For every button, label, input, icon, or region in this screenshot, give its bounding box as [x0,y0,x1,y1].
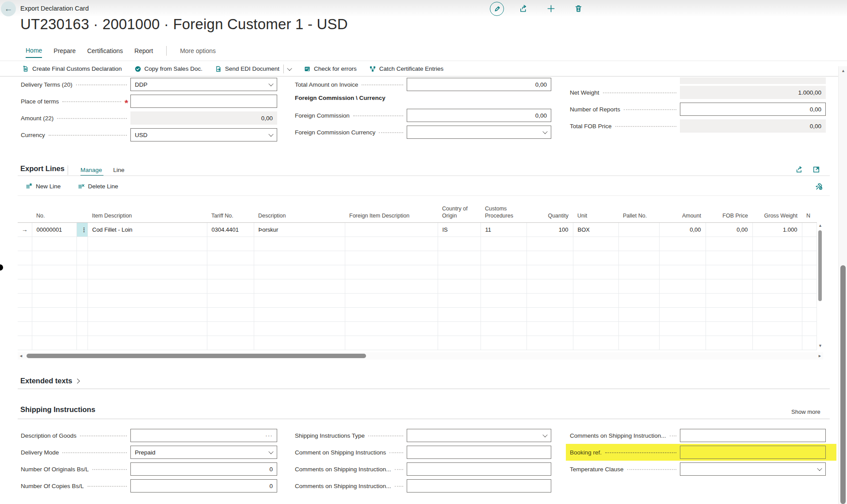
col-item-description[interactable]: Item Description [88,201,207,222]
page-scrollbar-thumb[interactable] [840,265,846,504]
cell-customs-procedures[interactable]: 11 [481,222,527,237]
new-button[interactable] [545,3,557,14]
chevron-down-icon[interactable] [542,432,547,437]
field-amount-22: Amount (22) 0,00 [21,111,277,125]
foreign-commission-input[interactable]: 0,00 [407,109,551,122]
check-for-errors-button[interactable]: Check for errors [304,65,357,73]
cell-fob-price[interactable]: 0,00 [706,222,752,237]
back-button[interactable]: ← [1,1,16,16]
description-of-goods-input[interactable]: ··· [130,429,277,442]
scroll-left-icon[interactable]: ◄ [19,354,23,358]
delete-line-button[interactable]: Delete Line [78,183,118,190]
dotted-leader [80,435,127,436]
dotted-leader [395,469,403,470]
share-lines-button[interactable] [796,166,803,175]
cell-quantity[interactable]: 100 [527,222,573,237]
cell-unit[interactable]: BOX [573,222,618,237]
cell-foreign-item-description[interactable] [345,222,438,237]
new-line-button[interactable]: New Line [26,183,61,190]
chevron-down-icon[interactable] [268,449,273,454]
open-in-new-window-button[interactable] [813,166,820,175]
field-value: 0,00 [411,81,547,88]
comments-on-shipping-2-input[interactable] [407,462,551,476]
catch-certificate-entries-button[interactable]: Catch Certificate Entries [369,65,444,73]
assist-edit-icon[interactable]: ··· [265,432,273,439]
dotted-leader [57,118,127,119]
temperature-clause-combobox[interactable] [680,462,826,476]
cell-country-of-origin[interactable]: IS [438,222,481,237]
col-unit[interactable]: Unit [573,201,618,222]
col-country-of-origin[interactable]: Country of Origin [438,201,481,222]
delivery-terms-combobox[interactable]: DDP [130,78,277,91]
number-of-reports-input[interactable]: 0,00 [680,103,826,116]
comment-on-shipping-instructions-input[interactable] [407,446,551,459]
show-more-link[interactable]: Show more [791,409,820,415]
col-pallet-no[interactable]: Pallet No. [618,201,659,222]
trash-icon [574,4,583,13]
number-of-copies-input[interactable]: 0 [130,479,277,493]
cell-no[interactable]: 00000001 [32,222,76,237]
tab-manage[interactable]: Manage [80,167,102,173]
field-place-of-terms: Place of terms * [21,95,277,108]
tab-report[interactable]: Report [134,47,153,57]
booking-ref-input[interactable] [680,446,826,459]
row-menu-icon[interactable]: ⋮ [76,222,88,237]
currency-combobox[interactable]: USD [130,128,277,141]
scroll-right-icon[interactable]: ► [818,354,822,358]
field-label: Delivery Terms (20) [21,81,72,88]
chevron-down-icon[interactable] [287,65,292,70]
cell-amount[interactable]: 0,00 [659,222,706,237]
edit-button[interactable] [490,2,504,16]
col-gross-weight[interactable]: Gross Weight [752,201,802,222]
create-final-customs-declaration-button[interactable]: Create Final Customs Declaration [22,65,122,73]
table-header-row: No. Item Description Tariff No. Descript… [18,201,816,222]
cell-pallet-no[interactable] [618,222,659,237]
comments-on-shipping-4-input[interactable] [680,429,826,442]
shipping-instructions-type-combobox[interactable] [407,429,551,442]
col-tariff-no[interactable]: Tariff No. [207,201,254,222]
tab-prepare[interactable]: Prepare [53,47,76,57]
col-customs-procedures[interactable]: Customs Procedures [481,201,527,222]
cell-tariff-no[interactable]: 0304.4401 [207,222,254,237]
horizontal-scrollbar-thumb[interactable] [27,354,366,358]
col-fob-price[interactable]: FOB Price [706,201,752,222]
scroll-down-icon[interactable]: ▼ [818,344,822,348]
col-no[interactable]: No. [32,201,76,222]
chevron-down-icon[interactable] [542,129,547,134]
dotted-leader [395,486,403,487]
cell-gross-weight[interactable]: 1.000 [752,222,802,237]
scroll-up-icon[interactable]: ▲ [841,69,845,73]
table-scrollbar-thumb[interactable] [818,230,822,301]
share-button[interactable] [518,3,529,14]
foreign-commission-currency-combobox[interactable] [407,126,551,139]
send-edi-document-button[interactable]: Send EDI Document [215,65,291,73]
number-of-originals-input[interactable]: 0 [130,462,277,476]
col-foreign-item-description[interactable]: Foreign Item Description [345,201,438,222]
dotted-leader [49,135,127,136]
chevron-down-icon[interactable] [268,81,273,86]
extended-texts-group[interactable]: Extended texts [20,377,79,385]
place-of-terms-input[interactable] [130,95,277,108]
cell-item-description[interactable]: Cod Fillet - Loin [88,222,207,237]
field-label: Currency [21,132,45,138]
comments-on-shipping-3-input[interactable] [407,479,551,493]
total-amount-on-invoice-input[interactable]: 0,00 [407,78,551,91]
col-quantity[interactable]: Quantity [527,201,573,222]
dotted-leader [362,84,403,85]
chevron-down-icon[interactable] [268,132,273,137]
copy-from-sales-doc-button[interactable]: Copy from Sales Doc. [134,65,202,73]
export-declaration-card-page: ← Export Declaration Card UT230163 · 200… [0,0,847,504]
cell-description[interactable]: Þorskur [254,222,345,237]
delivery-mode-combobox[interactable]: Prepaid [130,446,277,459]
total-fob-price-input: 0,00 [680,119,826,133]
col-description[interactable]: Description [254,201,345,222]
col-amount[interactable]: Amount [659,201,706,222]
tab-certifications[interactable]: Certifications [87,47,123,57]
tab-more-options[interactable]: More options [180,47,216,57]
tab-home[interactable]: Home [26,47,42,58]
scroll-up-icon[interactable]: ▲ [818,224,822,228]
chevron-down-icon[interactable] [817,466,822,471]
tab-line[interactable]: Line [113,167,125,173]
unpin-button[interactable] [815,183,823,192]
delete-button[interactable] [572,3,584,14]
